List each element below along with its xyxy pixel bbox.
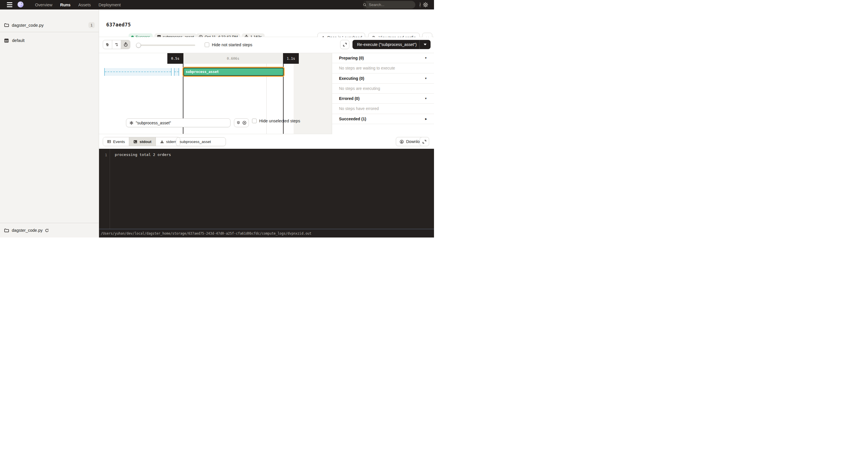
hide-not-started-label: Hide not started steps xyxy=(212,42,252,47)
log-file-path-bar: /Users/yuhan/dev/local/dagster_home/stor… xyxy=(99,229,434,237)
log-fullscreen-button[interactable] xyxy=(420,137,429,146)
sidebar-item-label: default xyxy=(12,38,25,43)
job-grid-icon xyxy=(4,38,9,43)
selection-duration-strip: 0.606s xyxy=(183,53,283,64)
panel-hint-row: No steps are executing xyxy=(332,84,434,94)
panel-section-executing[interactable]: Executing (0) ▼ xyxy=(332,73,434,84)
waiting-phase-segment xyxy=(104,68,172,76)
tab-events-label: Events xyxy=(113,140,125,144)
hide-unselected-row: Hide unselected steps xyxy=(252,119,300,123)
tick-label-right: 1.1s xyxy=(283,53,299,64)
collapse-caret-icon[interactable]: ▼ xyxy=(425,97,427,100)
view-timed-button[interactable] xyxy=(121,40,130,49)
terminal-icon xyxy=(133,140,137,144)
hide-unselected-label: Hide unselected steps xyxy=(259,119,300,123)
log-output-view[interactable]: 1 processing total 2 orders xyxy=(99,149,434,229)
sidebar: dagster_code.py 1 default dagster_code.p… xyxy=(0,9,99,237)
repo-name: dagster_code.py xyxy=(12,23,88,28)
step-bar-label: subprocess_asset xyxy=(184,70,219,74)
log-step-filter-input[interactable] xyxy=(180,140,222,144)
reexecute-button[interactable]: Re-execute ("subprocess_asset") xyxy=(352,40,431,49)
nav-deployment[interactable]: Deployment xyxy=(98,3,121,7)
gantt-chart[interactable]: 0.5s 0.606s 1.1s subprocess_asset Hide u… xyxy=(99,53,332,134)
dagster-logo[interactable] xyxy=(17,1,24,9)
gutter-divider xyxy=(110,149,110,229)
download-icon xyxy=(400,140,404,144)
collapse-caret-icon[interactable]: ▼ xyxy=(425,57,427,59)
tab-stdout-label: stdout xyxy=(140,140,151,144)
nav-overview[interactable]: Overview xyxy=(35,3,52,7)
nav-runs[interactable]: Runs xyxy=(60,3,70,7)
hide-unselected-checkbox[interactable] xyxy=(252,119,257,123)
folder-icon xyxy=(4,228,9,233)
warning-icon xyxy=(160,140,164,144)
tab-events[interactable]: Events xyxy=(103,137,129,146)
panel-section-errored[interactable]: Errored (0) ▼ xyxy=(332,94,434,104)
table-icon xyxy=(107,140,111,144)
log-file-path: /Users/yuhan/dev/local/dagster_home/stor… xyxy=(101,232,311,236)
stopwatch-icon xyxy=(123,42,128,47)
run-header: 637aed75 Success subprocess_asset Oct 11… xyxy=(99,9,434,37)
search-shortcut-badge: / xyxy=(420,2,421,7)
nav-assets[interactable]: Assets xyxy=(79,3,91,7)
log-line-text: processing total 2 orders xyxy=(115,152,171,157)
waiting-phase-segment xyxy=(174,68,179,76)
log-tabs: Events stdout stderr xyxy=(103,137,180,146)
panel-hint-row: No steps have errored xyxy=(332,104,434,114)
filter-action-group xyxy=(234,118,249,127)
reexecute-label: Re-execute ("subprocess_asset") xyxy=(352,42,420,47)
menu-icon[interactable] xyxy=(7,2,12,7)
reload-repo-icon[interactable] xyxy=(45,228,49,233)
tick-label-left: 0.5s xyxy=(167,53,183,64)
gantt-zoom-slider[interactable] xyxy=(136,44,195,46)
hide-not-started-row: Hide not started steps xyxy=(205,42,252,47)
settings-gear-icon[interactable] xyxy=(423,2,428,7)
sidebar-item-default[interactable]: default xyxy=(0,36,99,45)
repo-count-badge: 1 xyxy=(88,22,95,28)
gantt-fullscreen-button[interactable] xyxy=(340,40,349,49)
log-line-number: 1 xyxy=(99,153,107,157)
panel-hint-row: No steps are waiting to execute xyxy=(332,63,434,73)
layers-icon[interactable] xyxy=(236,121,241,125)
hide-not-started-checkbox[interactable] xyxy=(205,42,209,47)
view-waterfall-button[interactable] xyxy=(112,40,121,49)
op-selector-icon xyxy=(129,121,134,125)
section-hint: No steps are waiting to execute xyxy=(339,66,395,70)
sidebar-footer: dagster_code.py xyxy=(0,223,99,237)
collapse-caret-icon[interactable]: ▼ xyxy=(425,77,427,80)
expand-icon xyxy=(343,42,347,47)
waterfall-icon xyxy=(115,42,119,47)
section-hint: No steps have errored xyxy=(339,106,379,111)
step-filter-input[interactable] xyxy=(136,121,227,125)
folder-icon xyxy=(4,23,9,28)
section-title: Executing (0) xyxy=(339,76,425,81)
tab-stderr-label: stderr xyxy=(166,140,176,144)
top-navbar: Overview Runs Assets Deployment / xyxy=(0,0,434,9)
clear-selection-icon[interactable] xyxy=(242,121,247,125)
gantt-step-bar-subprocess-asset[interactable]: subprocess_asset xyxy=(183,68,284,76)
tab-stdout[interactable]: stdout xyxy=(129,137,156,146)
caret-down-icon[interactable] xyxy=(424,43,427,46)
section-title: Errored (0) xyxy=(339,96,425,101)
sidebar-repo-header[interactable]: dagster_code.py 1 xyxy=(0,19,99,32)
primary-nav: Overview Runs Assets Deployment xyxy=(35,0,121,9)
global-search[interactable]: / xyxy=(363,1,415,9)
gantt-view-mode-group xyxy=(103,40,130,49)
log-step-filter[interactable] xyxy=(176,137,226,146)
expand-caret-icon[interactable]: ▶ xyxy=(425,117,427,120)
search-input[interactable] xyxy=(367,3,420,7)
slider-thumb[interactable] xyxy=(136,43,141,48)
view-flat-button[interactable] xyxy=(103,40,112,49)
gantt-toolbar: Hide not started steps Re-execute ("subp… xyxy=(99,37,434,53)
footer-repo-name: dagster_code.py xyxy=(12,228,42,233)
expand-icon xyxy=(422,140,427,144)
panel-section-succeeded[interactable]: Succeeded (1) ▶ xyxy=(332,114,434,124)
panel-section-preparing[interactable]: Preparing (0) ▼ xyxy=(332,53,434,63)
step-status-panel: Preparing (0) ▼ No steps are waiting to … xyxy=(332,53,434,134)
section-title: Succeeded (1) xyxy=(339,117,425,121)
log-tab-bar: Events stdout stderr Download xyxy=(99,134,434,149)
flat-list-icon xyxy=(105,42,110,47)
search-icon xyxy=(363,1,367,9)
step-selector-filter[interactable] xyxy=(126,118,230,127)
run-id: 637aed75 xyxy=(106,22,131,28)
